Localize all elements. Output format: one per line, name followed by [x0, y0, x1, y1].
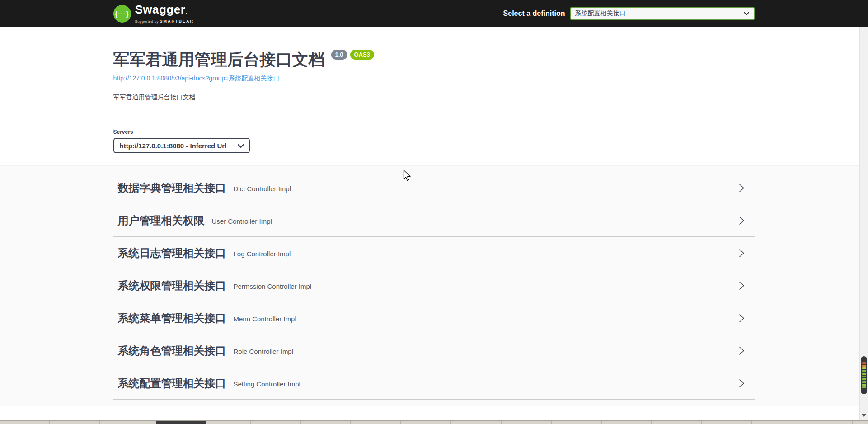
- tag-description: Setting Controller Impl: [234, 380, 300, 388]
- tag-title: 系统权限管理相关接口: [118, 278, 226, 293]
- tag-title: 系统菜单管理相关接口: [118, 311, 226, 325]
- scroll-down-arrow-icon[interactable]: [862, 414, 866, 417]
- tag-description: Log Controller Impl: [234, 250, 291, 258]
- servers-select-value: http://127.0.0.1:8080 - Inferred Url: [120, 142, 227, 150]
- expand-arrow-icon[interactable]: [737, 216, 746, 225]
- servers-select[interactable]: http://127.0.0.1:8080 - Inferred Url: [113, 138, 250, 153]
- servers-label: Servers: [113, 129, 755, 135]
- tag-description: User Controller Impl: [212, 217, 272, 225]
- tag-description: Role Controller Impl: [234, 348, 294, 355]
- chevron-down-icon: [743, 10, 750, 18]
- tag-description: Permssion Controller Impl: [234, 283, 312, 290]
- expand-arrow-icon[interactable]: [737, 379, 746, 388]
- tag-title: 数据字典管理相关接口: [118, 181, 226, 195]
- taskbar-edge-strip: [0, 420, 868, 424]
- tag-description: Menu Controller Impl: [234, 315, 296, 323]
- info-section: 军军君通用管理后台接口文档1.0OAS3 http://127.0.0.1:80…: [104, 27, 764, 153]
- swagger-braces-icon: {···}: [113, 5, 131, 23]
- api-description: 军军君通用管理后台接口文档: [113, 94, 755, 102]
- expand-arrow-icon[interactable]: [737, 184, 746, 193]
- tag-row-menu[interactable]: 系统菜单管理相关接口 Menu Controller Impl: [113, 302, 755, 334]
- tag-row-role[interactable]: 系统角色管理相关接口 Role Controller Impl: [113, 334, 755, 367]
- select-definition-label: Select a definition: [503, 9, 565, 18]
- tag-title: 系统配置管理相关接口: [118, 376, 226, 391]
- servers-section: Servers http://127.0.0.1:8080 - Inferred…: [113, 129, 755, 153]
- tag-title: 用户管理相关权限: [118, 213, 205, 228]
- tag-row-dict[interactable]: 数据字典管理相关接口 Dict Controller Impl: [113, 172, 755, 204]
- definition-select-value: 系统配置相关接口: [575, 9, 626, 18]
- tag-row-log[interactable]: 系统日志管理相关接口 Log Controller Impl: [113, 237, 755, 269]
- logo-tagline: Supported by SMARTBEAR: [135, 19, 194, 24]
- definition-select[interactable]: 系统配置相关接口: [570, 7, 755, 20]
- tag-title: 系统角色管理相关接口: [118, 344, 226, 358]
- expand-arrow-icon[interactable]: [737, 314, 746, 323]
- page-title: 军军君通用管理后台接口文档1.0OAS3: [113, 50, 755, 69]
- base-url-link[interactable]: http://127.0.0.1:8080/v3/api-docs?group=…: [113, 75, 280, 83]
- smartbear-wordmark: SMARTBEAR: [160, 19, 194, 24]
- chevron-down-icon: [237, 142, 244, 151]
- tag-row-user[interactable]: 用户管理相关权限 User Controller Impl: [113, 204, 755, 237]
- expand-arrow-icon[interactable]: [737, 249, 746, 258]
- tag-row-setting[interactable]: 系统配置管理相关接口 Setting Controller Impl: [113, 367, 755, 400]
- vertical-scrollbar[interactable]: [859, 27, 868, 420]
- expand-arrow-icon[interactable]: [737, 346, 746, 355]
- mouse-cursor-icon: [403, 170, 411, 184]
- scrollbar-thumb[interactable]: [861, 356, 867, 394]
- taskbar-dark-segment: [156, 421, 206, 424]
- version-badge: 1.0: [331, 50, 347, 60]
- tag-row-permission[interactable]: 系统权限管理相关接口 Permssion Controller Impl: [113, 269, 755, 302]
- topbar: {···} Swagger. Supported by SMARTBEAR Se…: [0, 0, 868, 27]
- oas3-badge: OAS3: [350, 50, 374, 60]
- expand-arrow-icon[interactable]: [737, 281, 746, 290]
- tag-title: 系统日志管理相关接口: [118, 246, 226, 260]
- brand-text: Swagger.: [135, 4, 194, 18]
- tag-list-section: 数据字典管理相关接口 Dict Controller Impl 用户管理相关权限…: [0, 165, 868, 406]
- swagger-logo: {···} Swagger. Supported by SMARTBEAR: [113, 4, 194, 24]
- tag-description: Dict Controller Impl: [234, 185, 291, 193]
